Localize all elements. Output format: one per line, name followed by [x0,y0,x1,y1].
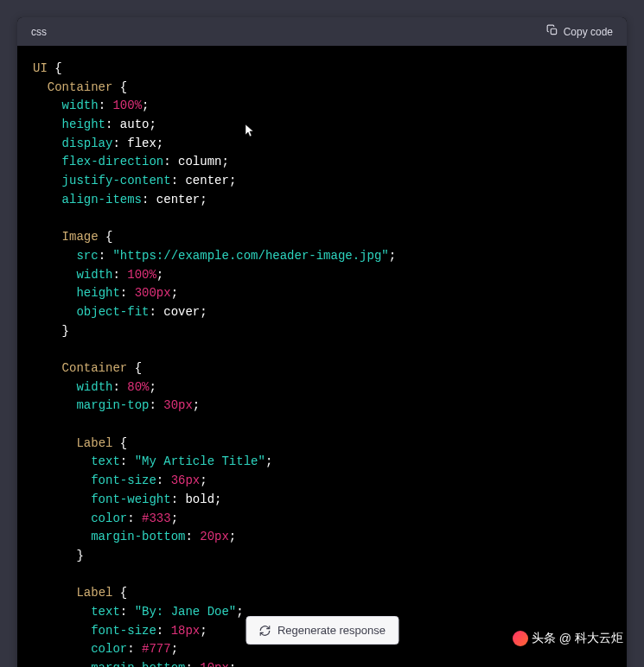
regenerate-response-button[interactable]: Regenerate response [245,616,399,645]
code-content: UI { Container { width: 100%; height: au… [33,60,611,667]
copy-code-button[interactable]: Copy code [546,24,613,39]
code-header: css Copy code [17,17,627,46]
watermark: 头条 @ 科大云炬 [513,631,623,646]
regenerate-response-label: Regenerate response [277,624,386,637]
lang-label: css [31,26,47,38]
watermark-logo-icon [513,631,528,646]
watermark-at: @ [559,632,571,645]
copy-code-label: Copy code [564,26,613,38]
watermark-prefix: 头条 [532,631,556,646]
watermark-name: 科大云炬 [575,631,623,646]
clipboard-icon [546,24,558,39]
refresh-icon [258,625,271,637]
code-block: css Copy code UI { Container { width: 10… [17,17,627,667]
svg-rect-0 [551,29,556,34]
code-body: UI { Container { width: 100%; height: au… [17,46,627,667]
